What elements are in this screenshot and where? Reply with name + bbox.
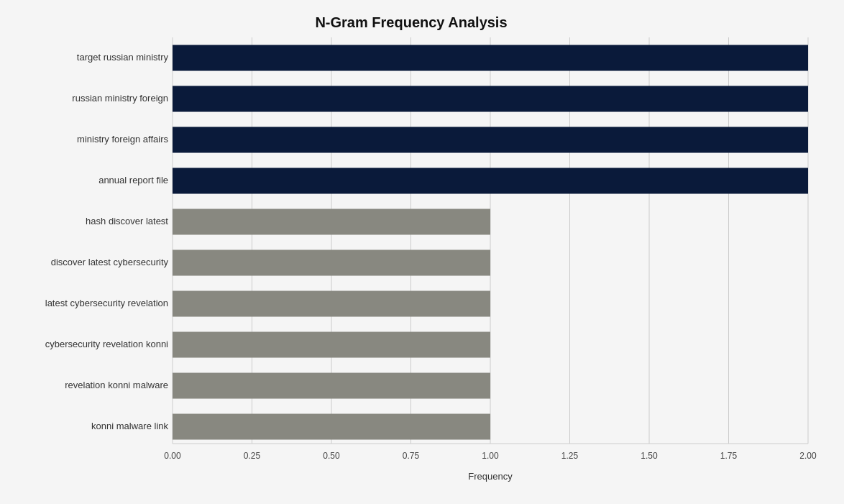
bar-discover-latest-cybersecurity: [173, 250, 490, 276]
bar-hash-discover-latest: [173, 209, 490, 235]
chart-container: N-Gram Frequency Analysis: [0, 0, 844, 504]
x-tick-05: 0.50: [323, 451, 340, 461]
y-label-2: ministry foreign affairs: [77, 134, 168, 145]
y-label-1: russian ministry foreign: [72, 93, 168, 104]
x-tick-15: 1.50: [641, 451, 658, 461]
y-label-9: konni malware link: [91, 421, 168, 431]
bar-russian-ministry-foreign: [173, 86, 808, 112]
bar-annual-report-file: [173, 168, 808, 194]
x-tick-125: 1.25: [561, 451, 579, 461]
x-axis-label: Frequency: [468, 471, 513, 482]
y-label-8: revelation konni malware: [65, 380, 168, 390]
y-label-3: annual report file: [98, 175, 168, 185]
y-label-7: cybersecurity revelation konni: [45, 339, 168, 349]
y-label-0: target russian ministry: [77, 52, 169, 63]
bar-cybersecurity-revelation-konni: [173, 332, 490, 358]
x-tick-025: 0.25: [244, 451, 261, 461]
y-label-5: discover latest cybersecurity: [51, 257, 169, 267]
main-chart-svg: target russian ministry russian ministry…: [0, 30, 844, 490]
bar-konni-malware-link: [173, 414, 490, 440]
y-label-4: hash discover latest: [86, 216, 168, 226]
bar-ministry-foreign-affairs: [173, 127, 808, 153]
bar-revelation-konni-malware: [173, 373, 490, 399]
chart-title: N-Gram Frequency Analysis: [7, 14, 815, 31]
y-label-6: latest cybersecurity revelation: [45, 298, 168, 308]
x-tick-1: 1.00: [482, 451, 499, 461]
bar-latest-cybersecurity-revelation: [173, 291, 490, 317]
x-tick-0: 0.00: [164, 451, 181, 461]
bar-target-russian-ministry: [173, 45, 808, 71]
x-tick-175: 1.75: [720, 451, 738, 461]
x-tick-075: 0.75: [403, 451, 420, 461]
x-tick-2: 2.00: [799, 451, 817, 461]
